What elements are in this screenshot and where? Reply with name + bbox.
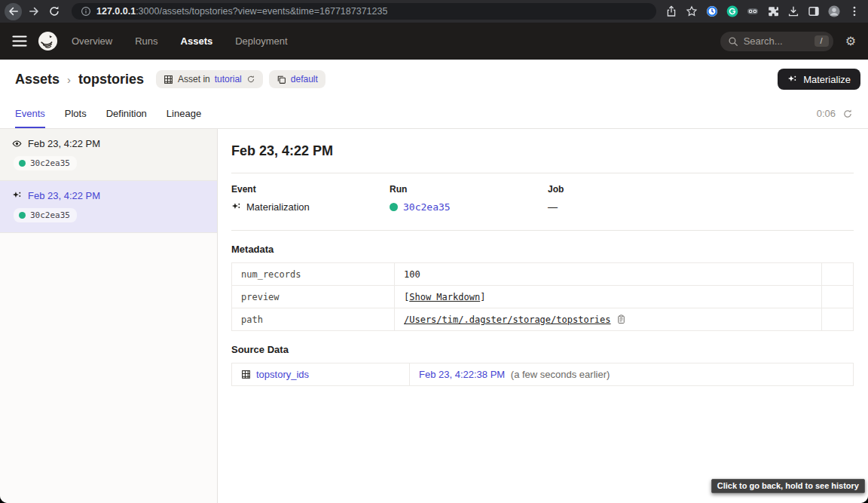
source-data-section-title: Source Data — [231, 344, 854, 355]
source-time-note: (a few seconds earlier) — [508, 369, 610, 380]
sidebar-toggle-icon[interactable] — [808, 5, 820, 17]
event-timestamp: Feb 23, 4:22 PM — [28, 190, 100, 201]
tab-events[interactable]: Events — [15, 99, 45, 128]
main-nav: OverviewRunsAssetsDeployment — [72, 35, 288, 47]
asset-badge-1[interactable]: default — [269, 70, 326, 88]
event-list-item-0[interactable]: Feb 23, 4:22 PM30c2ea35 — [0, 129, 217, 181]
materialize-button[interactable]: Materialize — [778, 69, 860, 90]
search-placeholder: Search... — [744, 35, 809, 47]
run-id: 30c2ea35 — [30, 210, 70, 220]
summary-col-run: Run30c2ea35 — [390, 184, 548, 213]
nav-item-assets[interactable]: Assets — [181, 35, 213, 47]
metadata-row: path/Users/tim/.dagster/storage/topstori… — [232, 308, 854, 331]
summary-col-job: Job— — [548, 184, 564, 213]
source-time-link[interactable]: Feb 23, 4:22:38 PM — [419, 369, 505, 380]
menu-hamburger-icon[interactable] — [12, 35, 27, 47]
summary-col-value: Materialization — [231, 201, 390, 213]
run-id-pill[interactable]: 30c2ea35 — [14, 156, 77, 170]
metadata-action-cell — [822, 286, 854, 308]
browser-reload-button[interactable] — [45, 3, 63, 20]
breadcrumb: Assets › topstories — [15, 72, 144, 87]
clock-extension-icon[interactable] — [706, 5, 718, 17]
event-timestamp: Feb 23, 4:22 PM — [28, 138, 100, 149]
url-text: 127.0.0.1:3000/assets/topstories?view=ev… — [96, 6, 387, 17]
search-icon — [728, 36, 738, 47]
browser-nav-buttons — [5, 3, 63, 20]
bookmark-star-icon[interactable] — [686, 5, 698, 17]
divider — [231, 230, 854, 231]
grammarly-extension-icon[interactable] — [726, 5, 738, 17]
dagster-logo[interactable] — [38, 31, 58, 51]
nav-item-deployment[interactable]: Deployment — [235, 35, 287, 47]
url-host: 127.0.0.1 — [96, 6, 136, 17]
metadata-value: 100 — [395, 263, 822, 286]
metadata-table: num_records100preview[Show Markdown]path… — [231, 262, 854, 331]
source-asset-link[interactable]: topstory_ids — [256, 369, 309, 380]
tab-plots[interactable]: Plots — [65, 99, 87, 128]
browser-back-button[interactable] — [5, 3, 22, 20]
asset-badge-0[interactable]: Asset in tutorial — [156, 70, 263, 88]
event-detail-title: Feb 23, 4:22 PM — [231, 143, 854, 159]
table-grid-icon — [164, 75, 173, 84]
settings-gear-icon[interactable]: ⚙︎ — [845, 35, 856, 48]
menu-kebab-icon[interactable] — [848, 5, 860, 17]
metadata-action-cell — [822, 308, 854, 331]
asset-tabs: EventsPlotsDefinitionLineage 0:06 — [0, 99, 868, 129]
nav-item-overview[interactable]: Overview — [72, 35, 112, 47]
event-detail-panel: Feb 23, 4:22 PM EventMaterializationRun3… — [218, 129, 868, 503]
summary-col-value[interactable]: 30c2ea35 — [390, 201, 548, 213]
metadata-row: num_records100 — [232, 263, 854, 286]
url-path: :3000/assets/topstories?view=events&time… — [136, 6, 387, 17]
browser-address-bar[interactable]: 127.0.0.1:3000/assets/topstories?view=ev… — [72, 3, 656, 20]
goggles-extension-icon[interactable] — [747, 5, 759, 17]
share-icon[interactable] — [665, 5, 677, 17]
browser-forward-button[interactable] — [25, 3, 42, 20]
browser-action-icons — [665, 5, 860, 17]
site-info-icon[interactable] — [81, 6, 91, 17]
back-button-tooltip: Click to go back, hold to see history — [711, 479, 865, 493]
sparkle-icon — [231, 202, 241, 212]
metadata-value: [Show Markdown] — [395, 286, 822, 308]
metadata-key: num_records — [232, 263, 395, 286]
tab-definition[interactable]: Definition — [106, 99, 147, 128]
tab-lineage[interactable]: Lineage — [167, 99, 201, 128]
refresh-icon[interactable] — [246, 75, 255, 84]
refresh-icon[interactable] — [842, 109, 853, 119]
summary-col-label: Run — [390, 184, 548, 195]
profile-avatar[interactable] — [828, 5, 840, 17]
download-icon[interactable] — [787, 5, 799, 17]
event-summary-columns: EventMaterializationRun30c2ea35Job— — [231, 173, 854, 230]
nav-item-runs[interactable]: Runs — [135, 35, 157, 47]
browser-window: 127.0.0.1:3000/assets/topstories?view=ev… — [0, 0, 868, 503]
badge-text: Asset in — [178, 74, 210, 84]
value-text: — — [548, 201, 558, 213]
summary-col-event: EventMaterialization — [231, 184, 390, 213]
event-list-item-1[interactable]: Feb 23, 4:22 PM30c2ea35 — [0, 181, 217, 233]
metadata-key: preview — [232, 286, 395, 308]
tabs-list: EventsPlotsDefinitionLineage — [15, 99, 201, 128]
puzzle-extensions-icon[interactable] — [767, 5, 779, 17]
run-id-pill[interactable]: 30c2ea35 — [14, 208, 77, 222]
metadata-text: ] — [480, 292, 485, 302]
source-data-table: topstory_idsFeb 23, 4:22:38 PM (a few se… — [231, 363, 854, 386]
timer-value: 0:06 — [817, 108, 836, 119]
metadata-section-title: Metadata — [231, 244, 854, 255]
value-text: Materialization — [246, 201, 310, 213]
metadata-row: preview[Show Markdown] — [232, 286, 854, 308]
layers-icon — [277, 75, 286, 84]
run-status-dot — [19, 212, 26, 219]
metadata-text: 100 — [404, 269, 420, 280]
breadcrumb-assets[interactable]: Assets — [15, 72, 60, 87]
metadata-key: path — [232, 308, 395, 331]
copy-path-icon[interactable] — [616, 314, 626, 324]
search-input[interactable]: Search... / — [720, 32, 833, 51]
metadata-link[interactable]: /Users/tim/.dagster/storage/topstories — [404, 314, 611, 325]
badge-text[interactable]: default — [291, 74, 318, 84]
browser-toolbar: 127.0.0.1:3000/assets/topstories?view=ev… — [0, 0, 868, 23]
search-shortcut-key: / — [815, 35, 829, 47]
badge-text[interactable]: tutorial — [215, 74, 242, 84]
summary-col-value: — — [548, 201, 564, 213]
metadata-link[interactable]: Show Markdown — [409, 292, 480, 302]
source-data-row: topstory_idsFeb 23, 4:22:38 PM (a few se… — [232, 363, 854, 386]
source-asset-cell: topstory_ids — [241, 369, 400, 380]
